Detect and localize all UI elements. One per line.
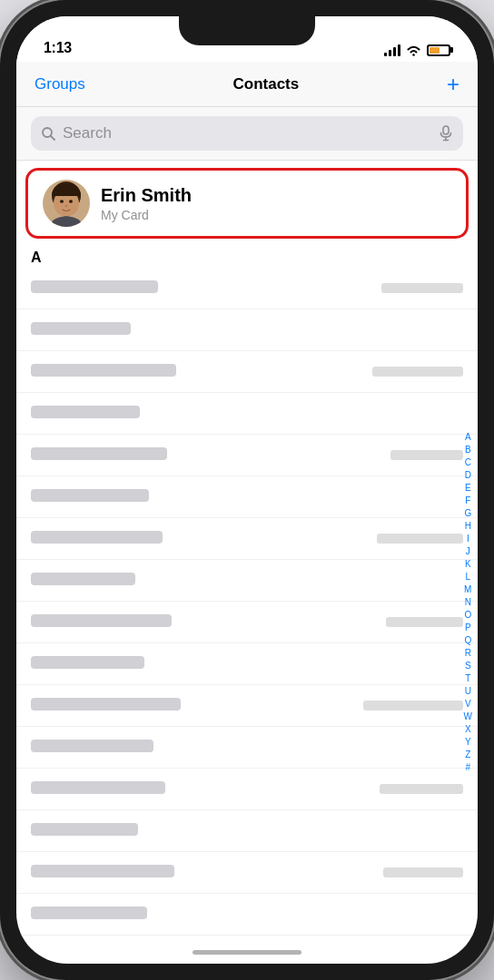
- list-item[interactable]: [16, 309, 478, 351]
- list-item[interactable]: [16, 351, 478, 393]
- alpha-r[interactable]: R: [464, 647, 472, 659]
- list-item[interactable]: [16, 602, 478, 643]
- navigation-bar: Groups Contacts +: [16, 62, 478, 107]
- signal-icon: [384, 44, 400, 56]
- list-item[interactable]: [16, 810, 478, 852]
- alpha-c[interactable]: C: [464, 456, 472, 468]
- list-item[interactable]: [16, 435, 478, 476]
- home-indicator: [193, 950, 301, 955]
- alpha-n[interactable]: N: [464, 596, 472, 608]
- search-bar-container: Search: [16, 107, 478, 161]
- battery-fill: [430, 47, 440, 54]
- contact-list: Erin Smith My Card A: [16, 161, 478, 964]
- alpha-q[interactable]: Q: [464, 634, 472, 646]
- list-item[interactable]: [16, 393, 478, 435]
- search-bar[interactable]: Search: [31, 116, 463, 151]
- alpha-h[interactable]: H: [464, 520, 472, 532]
- page-title: Contacts: [233, 75, 300, 93]
- alpha-y[interactable]: Y: [464, 736, 472, 748]
- list-item[interactable]: [16, 685, 478, 727]
- list-item[interactable]: [16, 643, 478, 685]
- battery-icon: [427, 44, 450, 56]
- wifi-icon: [406, 44, 421, 56]
- alpha-b[interactable]: B: [464, 444, 472, 456]
- svg-line-1: [51, 136, 54, 140]
- status-bar: 1:13: [16, 16, 478, 62]
- alpha-z[interactable]: Z: [464, 749, 472, 760]
- my-card-row[interactable]: Erin Smith My Card: [25, 168, 469, 239]
- microphone-icon: [440, 125, 452, 142]
- list-item[interactable]: [16, 769, 478, 810]
- groups-button[interactable]: Groups: [35, 75, 85, 93]
- search-placeholder: Search: [63, 124, 432, 142]
- alpha-p[interactable]: P: [464, 622, 472, 633]
- alpha-f[interactable]: F: [464, 495, 472, 506]
- contacts-scroll: A B C D E F G H I J K L M N O: [16, 268, 478, 936]
- list-item[interactable]: [16, 268, 478, 309]
- status-time: 1:13: [44, 40, 72, 56]
- alpha-d[interactable]: D: [464, 469, 472, 481]
- alpha-t[interactable]: T: [464, 672, 472, 684]
- alphabet-index[interactable]: A B C D E F G H I J K L M N O: [464, 431, 472, 773]
- list-item[interactable]: [16, 476, 478, 518]
- my-card-info: Erin Smith My Card: [101, 185, 451, 222]
- list-item[interactable]: [16, 518, 478, 560]
- status-icons: [384, 44, 450, 56]
- alpha-e[interactable]: E: [464, 482, 472, 494]
- avatar: [43, 180, 90, 227]
- list-item[interactable]: [16, 852, 478, 894]
- list-item[interactable]: [16, 894, 478, 936]
- alpha-o[interactable]: O: [464, 609, 472, 621]
- alpha-k[interactable]: K: [464, 558, 472, 570]
- section-header-a: A: [16, 246, 478, 268]
- svg-rect-2: [443, 126, 449, 134]
- add-contact-button[interactable]: +: [447, 74, 459, 95]
- main-content: Groups Contacts + Search: [16, 62, 478, 964]
- svg-point-7: [60, 200, 64, 203]
- alpha-s[interactable]: S: [464, 660, 472, 671]
- alpha-u[interactable]: U: [464, 685, 472, 697]
- alpha-m[interactable]: M: [464, 583, 472, 595]
- alpha-j[interactable]: J: [464, 545, 472, 557]
- alpha-hash[interactable]: #: [464, 761, 472, 773]
- alpha-i[interactable]: I: [464, 533, 472, 544]
- alpha-x[interactable]: X: [464, 723, 472, 735]
- search-icon: [42, 127, 55, 141]
- alpha-g[interactable]: G: [464, 507, 472, 519]
- alpha-a[interactable]: A: [464, 431, 472, 443]
- alpha-v[interactable]: V: [464, 698, 472, 710]
- alpha-w[interactable]: W: [464, 710, 472, 722]
- my-card-name: Erin Smith: [101, 185, 451, 206]
- list-item[interactable]: [16, 560, 478, 602]
- my-card-subtitle: My Card: [101, 208, 451, 222]
- svg-point-9: [65, 205, 68, 207]
- phone-screen: 1:13 Groups Contacts +: [16, 16, 478, 964]
- list-item[interactable]: [16, 727, 478, 769]
- alpha-l[interactable]: L: [464, 571, 472, 583]
- svg-point-8: [69, 200, 73, 203]
- notch: [179, 16, 315, 45]
- phone-frame: 1:13 Groups Contacts +: [0, 0, 494, 980]
